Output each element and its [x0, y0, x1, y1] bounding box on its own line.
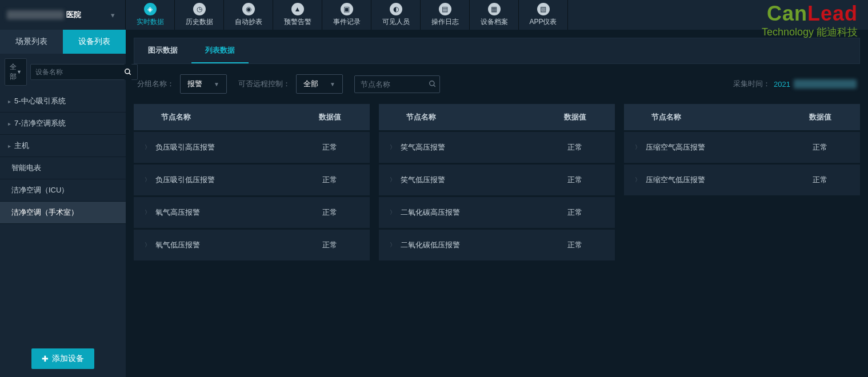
column-header-value: 数据值	[295, 112, 364, 122]
svg-point-2	[430, 81, 434, 86]
nav-label: APP仪表	[529, 17, 557, 27]
tree-item-label: 洁净空调（ICU）	[11, 185, 69, 195]
data-row[interactable]: 〉二氧化碳高压报警正常	[379, 197, 615, 228]
caret-down-icon: ▾	[111, 11, 115, 19]
nav-item-2[interactable]: ◉自动抄表	[224, 0, 273, 30]
device-tree: ▸5-中心吸引系统▸7-洁净空调系统▸主机智能电表洁净空调（ICU）洁净空调（手…	[0, 90, 126, 348]
data-row[interactable]: 〉负压吸引低压报警正常	[134, 165, 370, 195]
sub-tabs: 图示数据列表数据	[134, 38, 860, 64]
nav-item-7[interactable]: ▦设备档案	[470, 0, 519, 30]
add-device-button[interactable]: ✚ 添加设备	[31, 348, 94, 369]
collect-time-redacted	[794, 79, 857, 89]
row-name: 氧气低压报警	[155, 240, 295, 250]
tree-item-5[interactable]: 洁净空调（手术室）	[0, 202, 126, 224]
hospital-dropdown[interactable]: 医院 ▾	[0, 0, 126, 30]
tree-item-4[interactable]: 洁净空调（ICU）	[0, 179, 126, 202]
caret-down-icon: ▼	[17, 69, 22, 75]
row-name: 二氧化碳低压报警	[401, 240, 541, 250]
sidebar-tab-0[interactable]: 场景列表	[0, 30, 63, 54]
column-header-name: 节点名称	[385, 112, 541, 122]
main-content: 图示数据列表数据 分组名称： 报警 ▼ 可否远程控制： 全部 ▼ 采集时间： 2…	[126, 30, 868, 377]
nav-item-3[interactable]: ▲预警告警	[273, 0, 322, 30]
data-row[interactable]: 〉氧气低压报警正常	[134, 230, 370, 260]
search-icon	[429, 80, 437, 88]
nav-icon: ◉	[242, 3, 255, 15]
data-row[interactable]: 〉压缩空气高压报警正常	[624, 132, 860, 163]
tree-item-0[interactable]: ▸5-中心吸引系统	[0, 90, 126, 113]
group-filter-label: 分组名称：	[137, 79, 174, 89]
sidebar: 场景列表设备列表 全部 ▼ ▸5-中心吸引系统▸7-洁净空调系统▸主机智能电表洁…	[0, 30, 126, 377]
hospital-suffix: 医院	[66, 10, 81, 20]
tree-item-1[interactable]: ▸7-洁净空调系统	[0, 113, 126, 135]
tree-item-label: 智能电表	[11, 163, 41, 173]
row-value: 正常	[295, 142, 364, 153]
sidebar-filter-value: 全部	[10, 62, 17, 82]
data-row[interactable]: 〉氧气高压报警正常	[134, 197, 370, 228]
data-row[interactable]: 〉二氧化碳低压报警正常	[379, 230, 615, 260]
chevron-right-icon: 〉	[139, 241, 155, 249]
nav-item-1[interactable]: ◷历史数据	[175, 0, 224, 30]
row-value: 正常	[541, 240, 609, 250]
column-header-value: 数据值	[541, 112, 609, 122]
tree-item-3[interactable]: 智能电表	[0, 157, 126, 179]
row-value: 正常	[786, 175, 854, 185]
nav-icon: ◷	[193, 3, 206, 15]
data-row[interactable]: 〉笑气高压报警正常	[379, 132, 615, 163]
nav-item-8[interactable]: ▧APP仪表	[519, 0, 568, 30]
nav-item-6[interactable]: ▤操作日志	[421, 0, 470, 30]
column-header-name: 节点名称	[630, 112, 786, 122]
data-columns: 节点名称数据值〉负压吸引高压报警正常〉负压吸引低压报警正常〉氧气高压报警正常〉氧…	[134, 104, 860, 369]
data-row[interactable]: 〉笑气低压报警正常	[379, 165, 615, 195]
data-row[interactable]: 〉压缩空气低压报警正常	[624, 165, 860, 195]
top-nav: ◈实时数据◷历史数据◉自动抄表▲预警告警▣事件记录◐可见人员▤操作日志▦设备档案…	[126, 0, 762, 30]
nav-icon: ▣	[341, 3, 353, 15]
chevron-right-icon: 〉	[630, 176, 646, 184]
nav-label: 自动抄表	[235, 17, 262, 27]
tree-item-label: 5-中心吸引系统	[14, 96, 66, 106]
collect-time-year: 2021	[774, 80, 790, 89]
nav-icon: ◈	[144, 3, 157, 15]
row-value: 正常	[541, 175, 609, 185]
data-column-1: 节点名称数据值〉笑气高压报警正常〉笑气低压报警正常〉二氧化碳高压报警正常〉二氧化…	[379, 104, 615, 369]
row-value: 正常	[541, 207, 609, 218]
chevron-right-icon: 〉	[385, 241, 401, 249]
sidebar-tab-1[interactable]: 设备列表	[63, 30, 126, 54]
chevron-right-icon: 〉	[385, 176, 401, 184]
tree-item-label: 7-洁净空调系统	[14, 118, 66, 129]
sidebar-filter-dropdown[interactable]: 全部 ▼	[5, 58, 27, 86]
sub-tab-0[interactable]: 图示数据	[134, 38, 191, 63]
data-row[interactable]: 〉负压吸引高压报警正常	[134, 132, 370, 163]
nav-icon: ▲	[291, 3, 304, 15]
data-column-2: 节点名称数据值〉压缩空气高压报警正常〉压缩空气低压报警正常	[624, 104, 860, 369]
tree-item-2[interactable]: ▸主机	[0, 135, 126, 157]
sub-tab-1[interactable]: 列表数据	[191, 38, 249, 63]
nav-label: 预警告警	[284, 17, 311, 27]
data-column-0: 节点名称数据值〉负压吸引高压报警正常〉负压吸引低压报警正常〉氧气高压报警正常〉氧…	[134, 104, 370, 369]
row-name: 压缩空气低压报警	[646, 175, 786, 185]
nav-item-4[interactable]: ▣事件记录	[322, 0, 371, 30]
node-search-input[interactable]	[354, 75, 440, 93]
sidebar-search-input[interactable]	[30, 64, 138, 80]
nav-item-5[interactable]: ◐可见人员	[371, 0, 421, 30]
row-value: 正常	[295, 175, 364, 185]
group-filter-dropdown[interactable]: 报警 ▼	[180, 74, 227, 94]
node-search-button[interactable]	[429, 80, 437, 88]
row-name: 二氧化碳高压报警	[401, 207, 541, 218]
column-header: 节点名称数据值	[624, 104, 860, 130]
chevron-right-icon: 〉	[139, 208, 155, 216]
chevron-right-icon: 〉	[139, 176, 155, 184]
nav-item-0[interactable]: ◈实时数据	[126, 0, 175, 30]
hospital-name-redacted	[7, 10, 64, 19]
tree-item-label: 洁净空调（手术室）	[11, 207, 78, 218]
row-value: 正常	[295, 240, 364, 250]
row-name: 负压吸引低压报警	[155, 175, 295, 185]
nav-icon: ▦	[488, 3, 501, 15]
chevron-right-icon: ▸	[8, 98, 11, 105]
row-name: 笑气低压报警	[401, 175, 541, 185]
group-filter-value: 报警	[187, 79, 202, 89]
remote-filter-dropdown[interactable]: 全部 ▼	[296, 74, 343, 94]
column-header-value: 数据值	[786, 112, 854, 122]
tree-item-label: 主机	[14, 141, 29, 151]
chevron-right-icon: ▸	[8, 121, 11, 127]
row-name: 压缩空气高压报警	[646, 142, 786, 153]
